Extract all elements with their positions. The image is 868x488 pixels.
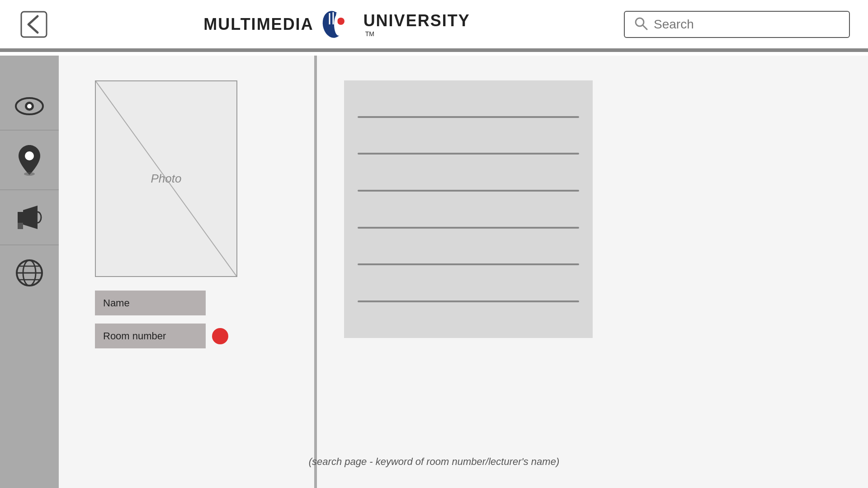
back-button[interactable] (18, 9, 50, 40)
svg-line-8 (643, 25, 647, 29)
vertical-divider (314, 56, 317, 488)
main-content: Photo Name Room number (59, 56, 868, 488)
sidebar (0, 56, 59, 488)
sidebar-item-location[interactable] (0, 131, 59, 190)
logo-tm: TM (365, 30, 374, 38)
header: MULTIMEDIA UNIVERSITY TM (0, 0, 868, 52)
mmu-logo-icon (318, 4, 359, 45)
header-logo: MULTIMEDIA UNIVERSITY TM (50, 4, 624, 45)
search-box[interactable] (624, 11, 850, 38)
svg-point-11 (27, 104, 32, 108)
room-number-field-row: Room number (95, 324, 228, 348)
content-line-1 (358, 116, 579, 118)
eye-icon (15, 96, 44, 116)
content-line-5 (358, 263, 579, 265)
right-panel (319, 56, 868, 488)
sidebar-item-view[interactable] (0, 83, 59, 131)
svg-marker-14 (18, 212, 23, 223)
svg-rect-0 (21, 12, 47, 37)
content-description-box (344, 80, 593, 338)
content-line-3 (358, 190, 579, 192)
search-input[interactable] (654, 17, 840, 32)
sidebar-item-globe[interactable] (0, 245, 59, 300)
photo-placeholder: Photo (95, 80, 237, 277)
svg-point-3 (337, 18, 344, 25)
content-line-2 (358, 153, 579, 155)
photo-label: Photo (151, 172, 182, 186)
name-field[interactable]: Name (95, 291, 206, 315)
logo-text-left: MULTIMEDIA (203, 15, 313, 34)
page-caption: (search page - keyword of room number/le… (309, 456, 559, 468)
svg-point-12 (25, 151, 34, 160)
svg-marker-15 (23, 206, 38, 229)
svg-point-13 (24, 172, 35, 176)
svg-rect-16 (18, 223, 23, 229)
red-dot-indicator (212, 328, 228, 344)
location-icon (17, 144, 42, 176)
logo-text-right: UNIVERSITY (363, 11, 470, 30)
room-number-field[interactable]: Room number (95, 324, 206, 348)
content-line-4 (358, 227, 579, 229)
content-line-6 (358, 300, 579, 302)
search-icon (634, 16, 648, 33)
announcement-icon (14, 204, 45, 231)
left-panel: Photo Name Room number (59, 56, 312, 488)
globe-icon (15, 259, 43, 287)
sidebar-item-announcement[interactable] (0, 190, 59, 245)
name-field-row: Name (95, 291, 206, 315)
